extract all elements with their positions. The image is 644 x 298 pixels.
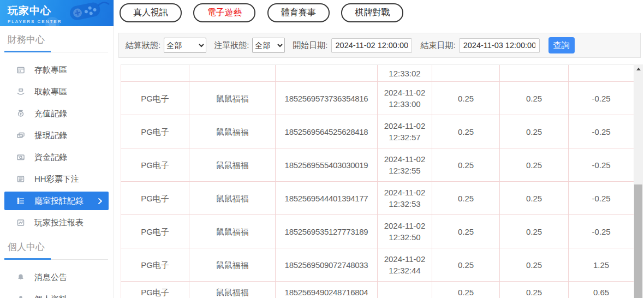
scrollbar-thumb[interactable] [634, 184, 642, 298]
sidebar-item-withdraw-record[interactable]: 提現記錄 [0, 124, 114, 146]
filter-bar: 結算狀態: 全部 注單狀態: 全部 開始日期: 結束日期: 查詢 [118, 33, 641, 58]
cell-profit: -0.25 [569, 215, 634, 248]
cell-valid-bet: 0.25 [500, 182, 569, 214]
table-row: PG电子 鼠鼠福福 1852569564525628418 2024-11-02… [121, 115, 634, 148]
tab-electronic-games[interactable]: 電子遊藝 [193, 3, 255, 22]
cell-game: 鼠鼠福福 [189, 248, 276, 281]
report-icon [16, 218, 25, 227]
cell-valid-bet: 0.25 [500, 248, 569, 281]
withdraw-record-icon [16, 131, 25, 140]
cell-profit: -0.25 [569, 148, 634, 181]
table-row-partial-bottom: PG电子 鼠鼠福福 1852569490248716804 2024-11-02… [121, 282, 634, 298]
order-status-select[interactable]: 全部 [252, 38, 285, 53]
cell-provider: PG电子 [121, 215, 189, 248]
table-row: PG电子 鼠鼠福福 1852569555403030019 2024-11-02… [121, 148, 634, 182]
app-title: 玩家中心 [8, 4, 114, 18]
table-row-partial-top: 12:33:02 [121, 65, 634, 82]
category-tabs: 真人視訊 電子遊藝 體育賽事 棋牌對戰 [114, 0, 644, 23]
cell-valid-bet: 0.25 [500, 215, 569, 248]
sidebar-item-label: 存款專區 [34, 65, 67, 75]
scrollbar-up-button[interactable] [634, 64, 643, 73]
section-title-personal: 個人中心 [0, 234, 114, 253]
table-row: PG电子 鼠鼠福福 1852569573736354816 2024-11-02… [121, 82, 634, 115]
cell-bet: 0.25 [432, 115, 500, 148]
sidebar-item-label: HH彩票下注 [34, 174, 79, 184]
section-title-finance: 財務中心 [0, 26, 114, 46]
cell-bet: 0.25 [432, 215, 500, 248]
cell-game: 鼠鼠福福 [189, 115, 276, 148]
cell-bet: 0.25 [432, 248, 500, 281]
cell-order: 1852569544401394177 [276, 182, 378, 214]
cell-bet: 0.25 [432, 182, 500, 214]
end-date-label: 結束日期: [421, 40, 456, 51]
cell-provider: PG电子 [121, 248, 189, 281]
app-window: 玩家中心 PLAYERS CENTER 財務中心 存款專區 取款專區 [0, 0, 644, 298]
app-header: 玩家中心 PLAYERS CENTER [0, 0, 114, 26]
deposit-icon [16, 65, 25, 74]
cell-provider: PG电子 [121, 82, 189, 115]
cell-valid-bet [500, 65, 569, 81]
cell-provider: PG电子 [121, 115, 189, 148]
cell-order: 1852569509072748033 [276, 248, 378, 281]
search-button[interactable]: 查詢 [548, 37, 575, 53]
cell-profit: 0.65 [569, 282, 634, 298]
tab-sports[interactable]: 體育賽事 [267, 3, 330, 22]
cell-datetime: 2024-11-0212:32:57 [378, 115, 432, 148]
withdraw-icon [16, 87, 25, 96]
cell-game: 鼠鼠福福 [189, 215, 276, 248]
app-subtitle: PLAYERS CENTER [8, 19, 114, 24]
sidebar-item-withdraw[interactable]: 取款專區 [0, 81, 114, 103]
cell-datetime: 2024-11-0212:33:00 [378, 82, 432, 115]
sidebar-item-funds-record[interactable]: 資金記錄 [0, 146, 114, 168]
cell-game [189, 65, 276, 81]
cell-valid-bet: 0.25 [500, 82, 569, 115]
cell-profit: 1.25 [569, 248, 634, 281]
cell-datetime: 2024-11-02 [378, 282, 432, 298]
cell-profit [569, 65, 634, 81]
sidebar-item-recharge-record[interactable]: 充值記錄 [0, 103, 114, 124]
sidebar-item-messages[interactable]: 消息公告 [0, 266, 114, 288]
up-arrow-icon [636, 68, 641, 70]
section-divider [4, 258, 108, 260]
sidebar-item-label: 個人資料 [34, 294, 67, 298]
start-date-input[interactable] [331, 38, 412, 53]
chevron-right-icon [98, 198, 102, 204]
sidebar-item-label: 充值記錄 [34, 109, 67, 119]
section-divider [4, 51, 108, 52]
sidebar-item-label: 資金記錄 [34, 152, 67, 163]
settle-status-select[interactable]: 全部 [164, 38, 206, 53]
sidebar-item-lottery-bet[interactable]: HH彩票下注 [0, 168, 114, 190]
table-row: PG电子 鼠鼠福福 1852569509072748033 2024-11-02… [121, 248, 634, 282]
cell-provider [121, 65, 189, 81]
bell-icon [16, 273, 25, 282]
cell-datetime: 2024-11-0212:32:53 [378, 182, 432, 214]
sidebar-item-label: 取款專區 [34, 87, 67, 97]
cell-valid-bet: 0.25 [500, 148, 569, 181]
tab-live-casino[interactable]: 真人視訊 [120, 3, 182, 22]
sidebar-item-hall-bet-records[interactable]: 廳室投註記錄 [4, 192, 109, 210]
sidebar-item-player-report[interactable]: 玩家投注報表 [0, 212, 114, 234]
table-row: PG电子 鼠鼠福福 1852569535127773189 2024-11-02… [121, 215, 634, 248]
table-row: PG电子 鼠鼠福福 1852569544401394177 2024-11-02… [121, 182, 634, 215]
cell-provider: PG电子 [121, 148, 189, 181]
lottery-bet-icon [16, 175, 25, 183]
cell-bet: 0.25 [432, 148, 500, 181]
bet-records-icon [16, 196, 25, 205]
personal-nav: 消息公告 個人資料 [0, 266, 114, 298]
cell-provider: PG电子 [121, 182, 189, 214]
end-date-input[interactable] [459, 38, 540, 53]
sidebar-item-profile[interactable]: 個人資料 [0, 288, 114, 298]
bet-records-table: 12:33:02 PG电子 鼠鼠福福 1852569573736354816 2… [121, 64, 634, 298]
cell-order: 1852569564525628418 [276, 115, 378, 148]
settle-status-label: 結算狀態: [126, 40, 160, 51]
cell-bet [432, 65, 500, 81]
vertical-scrollbar[interactable] [634, 64, 643, 298]
sidebar-item-deposit[interactable]: 存款專區 [0, 59, 114, 81]
cell-game: 鼠鼠福福 [189, 282, 276, 298]
cell-datetime: 2024-11-0212:32:55 [378, 148, 432, 181]
cell-bet: 0.25 [432, 82, 500, 115]
sidebar-item-label: 玩家投注報表 [34, 218, 84, 228]
tab-board-games[interactable]: 棋牌對戰 [341, 3, 403, 22]
cell-profit: -0.25 [569, 82, 634, 115]
sidebar-item-label: 消息公告 [34, 272, 67, 283]
